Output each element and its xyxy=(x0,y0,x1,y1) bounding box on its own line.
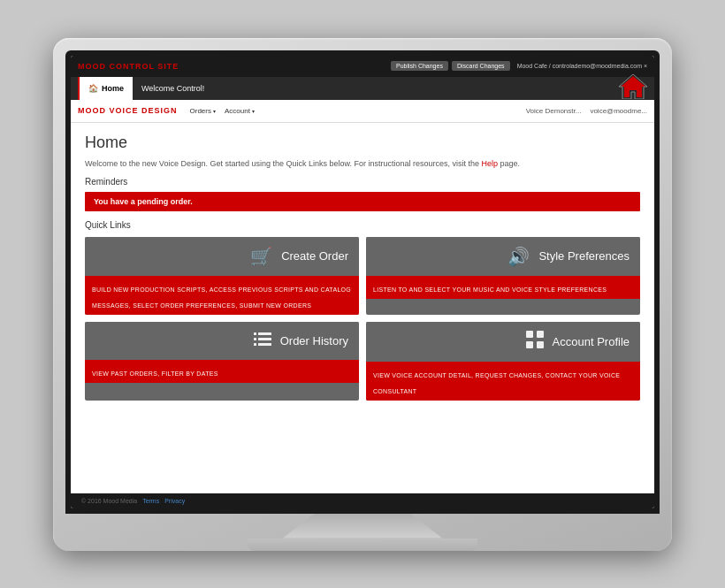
svg-rect-6 xyxy=(254,343,256,346)
brand-accent: MOOD xyxy=(78,62,106,71)
publish-button[interactable]: Publish Changes xyxy=(391,61,448,71)
top-bar-brand: MOOD CONTROL SITE xyxy=(78,62,179,71)
reminders-title: Reminders xyxy=(85,177,640,187)
svg-rect-8 xyxy=(526,331,533,338)
welcome-text: Welcome Control! xyxy=(141,84,204,93)
style-preferences-desc: LISTEN TO AND SELECT YOUR MUSIC AND VOIC… xyxy=(373,286,607,293)
account-link-label: Account xyxy=(225,107,250,115)
monitor-stand xyxy=(283,514,442,538)
home-icon: 🏠 xyxy=(88,84,98,93)
create-order-desc: BUILD NEW PRODUCTION SCRIPTS, ACCESS PRE… xyxy=(92,286,351,309)
account-profile-footer: VIEW VOICE ACCOUNT DETAIL, REQUEST CHANG… xyxy=(366,362,640,401)
style-preferences-footer: LISTEN TO AND SELECT YOUR MUSIC AND VOIC… xyxy=(366,276,640,299)
secondary-nav-right: Voice Demonstr... voice@moodme... xyxy=(526,107,647,115)
secondary-brand: MOOD VOICE DESIGN xyxy=(78,106,178,115)
nav-bar: 🏠 Home Welcome Control! xyxy=(71,77,654,100)
page-title: Home xyxy=(85,134,640,152)
account-profile-title: Account Profile xyxy=(553,335,630,348)
home-tab[interactable]: 🏠 Home xyxy=(78,77,133,100)
account-profile-desc: VIEW VOICE ACCOUNT DETAIL, REQUEST CHANG… xyxy=(373,372,620,394)
page-footer: © 2016 Mood Media Terms Privacy xyxy=(71,493,654,508)
order-history-card[interactable]: Order History VIEW PAST ORDERS, FILTER B… xyxy=(85,322,359,401)
secondary-brand-text: VOICE DESIGN xyxy=(110,106,178,115)
svg-rect-3 xyxy=(258,332,271,335)
svg-rect-2 xyxy=(254,332,256,335)
intro-text-suffix: page. xyxy=(500,159,521,168)
privacy-link[interactable]: Privacy xyxy=(164,498,185,504)
home-tab-label: Home xyxy=(102,84,124,93)
order-history-title: Order History xyxy=(280,334,348,347)
brand-text: CONTROL SITE xyxy=(110,62,179,71)
svg-marker-0 xyxy=(621,76,645,97)
account-nav-link[interactable]: Account ▾ xyxy=(225,107,255,115)
order-history-footer: VIEW PAST ORDERS, FILTER BY DATES xyxy=(85,360,359,383)
intro-text-prefix: Welcome to the new Voice Design. Get sta… xyxy=(85,159,479,168)
reminder-bar: You have a pending order. xyxy=(85,192,640,211)
orders-nav-link[interactable]: Orders ▾ xyxy=(190,107,216,115)
create-order-title: Create Order xyxy=(281,249,348,263)
svg-rect-5 xyxy=(258,338,271,340)
screen: MOOD CONTROL SITE Publish Changes Discar… xyxy=(71,56,654,508)
create-order-header: 🛒 Create Order xyxy=(85,237,359,276)
orders-link-label: Orders xyxy=(190,107,211,115)
svg-rect-11 xyxy=(537,341,544,348)
top-bar: MOOD CONTROL SITE Publish Changes Discar… xyxy=(71,56,654,77)
monitor-base xyxy=(248,538,477,551)
list-icon xyxy=(254,331,271,351)
help-link[interactable]: Help xyxy=(482,159,499,168)
svg-rect-10 xyxy=(526,341,533,348)
create-order-footer: BUILD NEW PRODUCTION SCRIPTS, ACCESS PRE… xyxy=(85,276,359,315)
screen-bezel: MOOD CONTROL SITE Publish Changes Discar… xyxy=(65,50,660,514)
account-chevron-icon: ▾ xyxy=(252,108,255,114)
create-order-card[interactable]: 🛒 Create Order BUILD NEW PRODUCTION SCRI… xyxy=(85,237,359,315)
quick-links-grid: 🛒 Create Order BUILD NEW PRODUCTION SCRI… xyxy=(85,237,640,401)
account-profile-header: Account Profile xyxy=(366,322,640,362)
grid-icon xyxy=(526,331,544,353)
quick-links-title: Quick Links xyxy=(85,220,640,230)
cart-icon: 🛒 xyxy=(250,246,272,267)
secondary-nav: MOOD VOICE DESIGN Orders ▾ Account ▾ Voi… xyxy=(71,100,654,123)
style-preferences-card[interactable]: 🔊 Style Preferences LISTEN TO AND SELECT… xyxy=(366,237,640,315)
terms-link[interactable]: Terms xyxy=(142,498,159,504)
voice-demo-label: Voice Demonstr... xyxy=(526,107,582,115)
svg-rect-9 xyxy=(537,331,544,338)
main-content: Home Welcome to the new Voice Design. Ge… xyxy=(71,123,654,493)
account-profile-card[interactable]: Account Profile VIEW VOICE ACCOUNT DETAI… xyxy=(366,322,640,401)
voice-email-label: voice@moodme... xyxy=(590,107,647,115)
order-history-desc: VIEW PAST ORDERS, FILTER BY DATES xyxy=(92,370,218,377)
svg-rect-7 xyxy=(258,343,271,346)
top-bar-user: Mood Cafe / controlademo@moodmedia.com × xyxy=(517,63,647,69)
style-preferences-header: 🔊 Style Preferences xyxy=(366,237,640,276)
speaker-icon: 🔊 xyxy=(508,246,530,267)
orders-chevron-icon: ▾ xyxy=(213,108,216,114)
svg-rect-4 xyxy=(254,338,256,340)
style-preferences-title: Style Preferences xyxy=(538,249,630,263)
order-history-header: Order History xyxy=(85,322,359,360)
secondary-brand-accent: MOOD xyxy=(78,106,106,115)
intro-text: Welcome to the new Voice Design. Get sta… xyxy=(85,159,640,168)
discard-button[interactable]: Discard Changes xyxy=(452,61,510,71)
monitor: MOOD CONTROL SITE Publish Changes Discar… xyxy=(53,38,672,551)
top-bar-actions: Publish Changes Discard Changes Mood Caf… xyxy=(391,61,647,71)
house-logo xyxy=(619,74,647,102)
footer-copyright: © 2016 Mood Media xyxy=(81,498,137,504)
secondary-nav-links: Orders ▾ Account ▾ xyxy=(190,107,255,115)
